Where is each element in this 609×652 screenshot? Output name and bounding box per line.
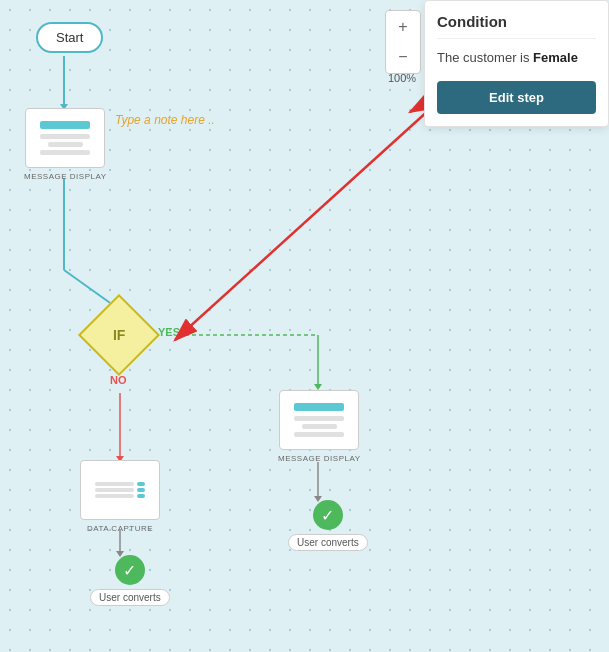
msg-header-bar-2 [294,403,344,411]
condition-panel: Condition The customer is Female Edit st… [424,0,609,127]
msg-line-4 [294,416,344,421]
zoom-out-button[interactable]: − [388,43,418,71]
if-node[interactable]: IF YES NO [90,306,148,364]
edit-step-button[interactable]: Edit step [437,81,596,114]
data-dot-3 [137,494,145,498]
start-node-box[interactable]: Start [36,22,103,53]
canvas-note[interactable]: Type a note here .. [115,113,215,127]
converts-circle-2: ✓ [313,500,343,530]
converts-circle-1: ✓ [115,555,145,585]
msg-header-bar-1 [40,121,90,129]
condition-title: Condition [437,13,596,39]
message-display-node-2[interactable]: MESSAGE DISPLAY [278,390,361,463]
data-dot-2 [137,488,145,492]
data-line-3 [95,494,145,498]
converts-label-1: User converts [90,589,170,606]
no-label: NO [110,374,127,386]
if-label: IF [113,327,125,343]
data-capture-box[interactable] [80,460,160,520]
message-display-box-1[interactable] [25,108,105,168]
data-line-2 [95,488,145,492]
message-display-node-1[interactable]: MESSAGE DISPLAY [24,108,107,181]
data-capture-node[interactable]: DATA CAPTURE [80,460,160,533]
converts-1[interactable]: ✓ User converts [90,555,170,606]
data-capture-label: DATA CAPTURE [87,524,153,533]
data-bar-3 [95,494,134,498]
converts-2[interactable]: ✓ User converts [288,500,368,551]
message-display-label-1: MESSAGE DISPLAY [24,172,107,181]
msg-line-6 [294,432,344,437]
start-node[interactable]: Start [36,22,103,53]
message-display-box-2[interactable] [279,390,359,450]
zoom-label: 100% [388,72,416,84]
zoom-in-button[interactable]: + [388,13,418,41]
user-converts-node-2[interactable]: ✓ User converts [288,500,368,551]
zoom-controls: + − [385,10,421,74]
condition-prefix: The customer is [437,50,533,65]
message-display-label-2: MESSAGE DISPLAY [278,454,361,463]
data-bar-2 [95,488,134,492]
msg-line-3 [40,150,90,155]
condition-description: The customer is Female [437,49,596,67]
condition-value: Female [533,50,578,65]
msg-line-2 [48,142,83,147]
msg-line-1 [40,134,90,139]
data-line-1 [95,482,145,486]
if-diamond[interactable]: IF [78,294,160,376]
yes-label: YES [158,326,180,338]
user-converts-node-1[interactable]: ✓ User converts [90,555,170,606]
msg-line-5 [302,424,337,429]
converts-label-2: User converts [288,534,368,551]
data-dot-1 [137,482,145,486]
data-bar-1 [95,482,134,486]
